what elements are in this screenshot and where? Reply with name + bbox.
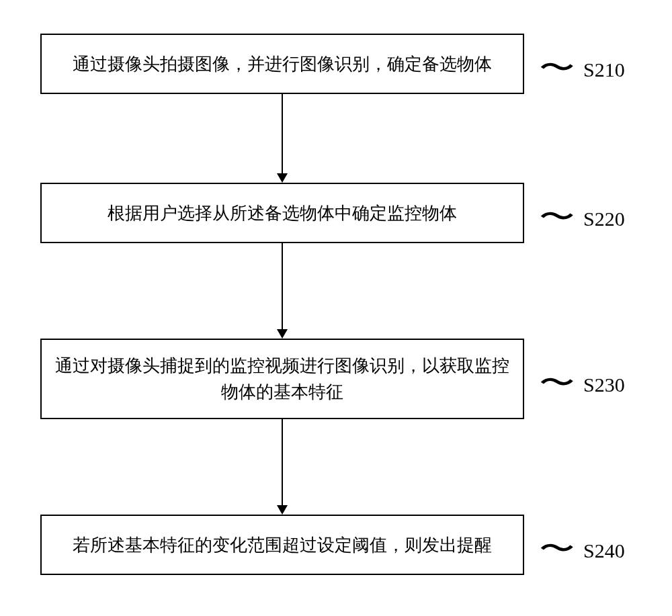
flow-step-3-text: 通过对摄像头捕捉到的监控视频进行图像识别，以获取监控物体的基本特征	[55, 353, 509, 405]
flow-step-1: 通过摄像头拍摄图像，并进行图像识别，确定备选物体	[40, 34, 524, 94]
flow-connector-2	[282, 243, 283, 331]
tilde-icon: 〜	[539, 198, 575, 236]
flow-step-3: 通过对摄像头捕捉到的监控视频进行图像识别，以获取监控物体的基本特征	[40, 339, 524, 419]
flow-step-3-label-text: S230	[583, 373, 625, 396]
flow-arrowhead-1	[277, 173, 288, 183]
flow-step-4-label: 〜 S240	[544, 533, 625, 568]
tilde-icon: 〜	[539, 530, 575, 568]
flow-step-4-label-text: S240	[583, 539, 625, 562]
flowchart-canvas: 通过摄像头拍摄图像，并进行图像识别，确定备选物体 〜 S210 根据用户选择从所…	[0, 0, 672, 616]
flow-step-2-text: 根据用户选择从所述备选物体中确定监控物体	[108, 200, 457, 226]
flow-connector-3	[282, 419, 283, 507]
flow-step-2-label: 〜 S220	[544, 202, 625, 236]
flow-arrowhead-2	[277, 329, 288, 339]
tilde-icon: 〜	[539, 49, 575, 87]
tilde-icon: 〜	[539, 364, 575, 402]
flow-step-1-label-text: S210	[583, 58, 625, 81]
flow-step-1-label: 〜 S210	[544, 52, 625, 87]
flow-step-2-label-text: S220	[583, 208, 625, 230]
flow-connector-1	[282, 94, 283, 175]
flow-arrowhead-3	[277, 505, 288, 515]
flow-step-4: 若所述基本特征的变化范围超过设定阈值，则发出提醒	[40, 515, 524, 575]
flow-step-2: 根据用户选择从所述备选物体中确定监控物体	[40, 183, 524, 243]
flow-step-4-text: 若所述基本特征的变化范围超过设定阈值，则发出提醒	[73, 532, 492, 558]
flow-step-1-text: 通过摄像头拍摄图像，并进行图像识别，确定备选物体	[73, 51, 492, 77]
flow-step-3-label: 〜 S230	[544, 367, 625, 402]
